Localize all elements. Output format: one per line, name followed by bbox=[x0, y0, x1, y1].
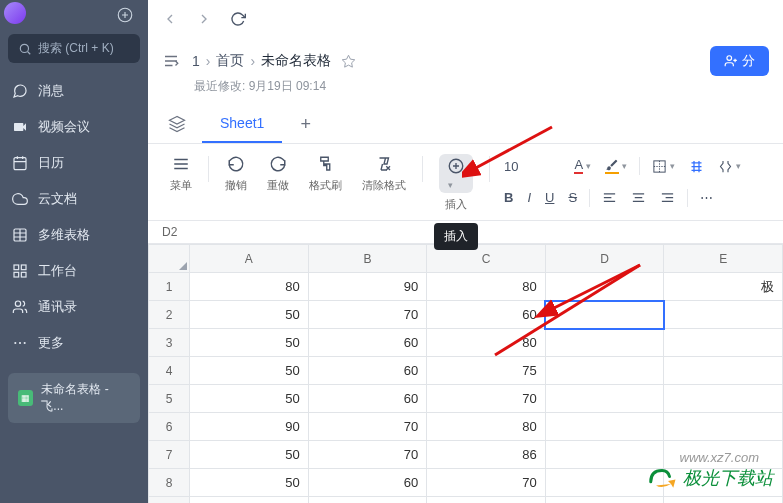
strike-button[interactable]: S bbox=[562, 186, 583, 209]
cell[interactable]: 90 bbox=[190, 413, 309, 441]
insert-button[interactable]: ▾ 插入 bbox=[431, 152, 481, 214]
cell[interactable]: 60 bbox=[308, 357, 427, 385]
cell[interactable]: 80 bbox=[427, 413, 546, 441]
open-doc-tab[interactable]: ▦ 未命名表格 - 飞... bbox=[8, 373, 140, 423]
cell[interactable]: 50 bbox=[190, 357, 309, 385]
cell[interactable] bbox=[664, 301, 783, 329]
cell[interactable]: 60 bbox=[427, 301, 546, 329]
cell[interactable]: 70 bbox=[308, 413, 427, 441]
font-size-input[interactable]: 10 bbox=[498, 155, 524, 178]
column-header[interactable]: A bbox=[190, 245, 309, 273]
forward-button[interactable] bbox=[196, 11, 212, 27]
cell[interactable] bbox=[545, 413, 664, 441]
merge-button[interactable]: ▾ bbox=[712, 155, 747, 178]
row-header[interactable]: 3 bbox=[149, 329, 190, 357]
share-button[interactable]: 分 bbox=[710, 46, 769, 76]
sidebar-item-calendar[interactable]: 日历 bbox=[0, 145, 148, 181]
redo-button[interactable]: 重做 bbox=[259, 152, 297, 195]
row-header[interactable]: 5 bbox=[149, 385, 190, 413]
cell[interactable] bbox=[664, 497, 783, 504]
cell[interactable] bbox=[545, 385, 664, 413]
cell[interactable]: 70 bbox=[427, 469, 546, 497]
row-header[interactable]: 6 bbox=[149, 413, 190, 441]
wrap-button[interactable] bbox=[683, 155, 710, 178]
cell[interactable]: 50 bbox=[190, 469, 309, 497]
cell[interactable]: 50 bbox=[190, 441, 309, 469]
sidebar-item-more[interactable]: 更多 bbox=[0, 325, 148, 361]
column-header[interactable]: D bbox=[545, 245, 664, 273]
layers-icon[interactable] bbox=[162, 109, 192, 139]
cell[interactable]: 80 bbox=[427, 329, 546, 357]
cell[interactable]: 60 bbox=[308, 469, 427, 497]
back-button[interactable] bbox=[162, 11, 178, 27]
cell[interactable]: 60 bbox=[308, 329, 427, 357]
row-header[interactable]: 4 bbox=[149, 357, 190, 385]
sidebar-item-base[interactable]: 多维表格 bbox=[0, 217, 148, 253]
cell[interactable]: 50 bbox=[190, 497, 309, 504]
sidebar-item-video[interactable]: 视频会议 bbox=[0, 109, 148, 145]
fill-color-button[interactable]: ▾ bbox=[599, 154, 633, 178]
row-header[interactable]: 2 bbox=[149, 301, 190, 329]
sidebar-item-messages[interactable]: 消息 bbox=[0, 73, 148, 109]
select-all-corner[interactable] bbox=[149, 245, 190, 273]
search-input[interactable]: 搜索 (Ctrl + K) bbox=[8, 34, 140, 63]
align-right-button[interactable] bbox=[654, 186, 681, 209]
row-header[interactable]: 9 bbox=[149, 497, 190, 504]
align-center-button[interactable] bbox=[625, 186, 652, 209]
column-header[interactable]: B bbox=[308, 245, 427, 273]
search-placeholder: 搜索 (Ctrl + K) bbox=[38, 40, 114, 57]
cell[interactable] bbox=[664, 385, 783, 413]
add-icon[interactable] bbox=[116, 6, 134, 24]
cell[interactable] bbox=[545, 273, 664, 301]
border-button[interactable]: ▾ bbox=[646, 155, 681, 178]
italic-button[interactable]: I bbox=[521, 186, 537, 209]
row-header[interactable]: 7 bbox=[149, 441, 190, 469]
cell[interactable]: 73 bbox=[427, 497, 546, 504]
sidebar-item-contacts[interactable]: 通讯录 bbox=[0, 289, 148, 325]
cell[interactable]: 60 bbox=[308, 385, 427, 413]
menu-button[interactable]: 菜单 bbox=[162, 152, 200, 195]
column-header[interactable]: E bbox=[664, 245, 783, 273]
row-header[interactable]: 1 bbox=[149, 273, 190, 301]
cell[interactable] bbox=[545, 357, 664, 385]
more-format-button[interactable]: ⋯ bbox=[694, 186, 719, 209]
clear-format-button[interactable]: 清除格式 bbox=[354, 152, 414, 195]
svg-marker-14 bbox=[170, 117, 185, 125]
avatar[interactable] bbox=[4, 2, 26, 24]
cell[interactable]: 80 bbox=[427, 273, 546, 301]
star-icon[interactable] bbox=[341, 54, 356, 69]
cell[interactable] bbox=[664, 413, 783, 441]
cell[interactable]: 50 bbox=[190, 301, 309, 329]
cell[interactable] bbox=[545, 497, 664, 504]
cell[interactable] bbox=[545, 329, 664, 357]
cell[interactable]: 70 bbox=[308, 441, 427, 469]
cell[interactable]: 75 bbox=[427, 357, 546, 385]
underline-button[interactable]: U bbox=[539, 186, 560, 209]
row-header[interactable]: 8 bbox=[149, 469, 190, 497]
cell[interactable]: 80 bbox=[190, 273, 309, 301]
add-sheet-button[interactable]: + bbox=[292, 106, 319, 143]
breadcrumb-home[interactable]: 首页 bbox=[216, 52, 244, 70]
sheet-tab[interactable]: Sheet1 bbox=[202, 105, 282, 143]
cell[interactable]: 70 bbox=[308, 301, 427, 329]
format-painter-button[interactable]: 格式刷 bbox=[301, 152, 350, 195]
refresh-button[interactable] bbox=[230, 11, 246, 27]
sidebar-item-docs[interactable]: 云文档 bbox=[0, 181, 148, 217]
collapse-sidebar-icon[interactable] bbox=[162, 52, 180, 70]
cell[interactable] bbox=[545, 301, 664, 329]
cell[interactable]: 极 bbox=[664, 273, 783, 301]
cell[interactable]: 70 bbox=[427, 385, 546, 413]
align-left-button[interactable] bbox=[596, 186, 623, 209]
cell[interactable]: 50 bbox=[190, 385, 309, 413]
cell[interactable]: 90 bbox=[308, 273, 427, 301]
cell[interactable]: 50 bbox=[190, 329, 309, 357]
cell[interactable] bbox=[664, 357, 783, 385]
sidebar-item-workspace[interactable]: 工作台 bbox=[0, 253, 148, 289]
cell[interactable] bbox=[664, 329, 783, 357]
undo-button[interactable]: 撤销 bbox=[217, 152, 255, 195]
bold-button[interactable]: B bbox=[498, 186, 519, 209]
cell[interactable]: 86 bbox=[427, 441, 546, 469]
breadcrumb-title[interactable]: 未命名表格 bbox=[261, 52, 331, 70]
cell[interactable]: 60 bbox=[308, 497, 427, 504]
font-color-button[interactable]: A▾ bbox=[568, 154, 597, 178]
